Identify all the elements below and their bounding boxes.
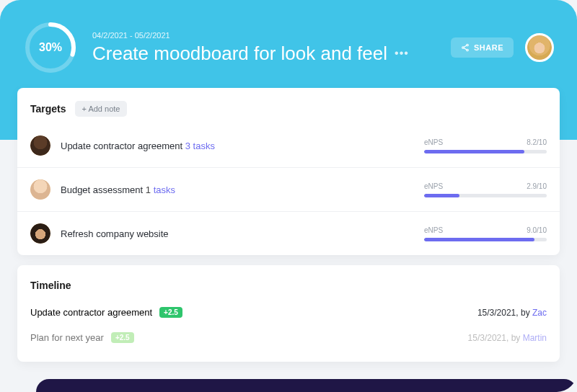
progress-ring: 30% <box>23 20 78 75</box>
targets-card: Targets + Add note Update contractor agr… <box>17 88 560 255</box>
target-meter: eNPS 2.9/10 <box>424 182 547 197</box>
target-row[interactable]: Refresh company website eNPS 9.0/10 <box>17 212 560 255</box>
target-meter: eNPS 8.2/10 <box>424 138 547 153</box>
timeline-meta: 15/3/2021, by Martin <box>468 333 547 343</box>
date-range: 04/2/2021 - 05/2/2021 <box>92 31 436 40</box>
target-title: Refresh company website <box>61 228 414 239</box>
title-block: 04/2/2021 - 05/2/2021 Create moodboard f… <box>92 31 436 65</box>
assignee-avatar <box>30 223 50 244</box>
page: 30% 04/2/2021 - 05/2/2021 Create moodboa… <box>0 0 577 392</box>
metric-score: 2.9/10 <box>527 182 547 190</box>
header-actions: SHARE <box>451 33 554 62</box>
metric-score: 8.2/10 <box>527 138 547 146</box>
target-meter: eNPS 9.0/10 <box>424 226 547 241</box>
delta-badge: +2.5 <box>159 307 182 318</box>
timeline-card: Timeline Update contractor agreement +2.… <box>17 265 560 362</box>
user-link[interactable]: Zac <box>532 308 547 318</box>
timeline-row[interactable]: Plan for next year +2.5 15/3/2021, by Ma… <box>17 325 560 350</box>
assignee-avatar <box>30 135 50 156</box>
more-menu-icon[interactable]: ••• <box>395 47 409 60</box>
share-icon <box>461 43 470 52</box>
target-title: Update contractor agreement 3 tasks <box>61 141 414 151</box>
timeline-heading: Timeline <box>30 280 71 291</box>
timeline-title: Update contractor agreement <box>30 307 152 318</box>
user-link[interactable]: Martin <box>523 333 547 343</box>
metric-score: 9.0/10 <box>527 226 547 234</box>
targets-heading: Targets <box>30 103 66 115</box>
bottom-strip <box>36 379 577 392</box>
svg-line-6 <box>464 48 467 50</box>
user-avatar[interactable] <box>525 33 554 62</box>
timeline-title: Plan for next year <box>30 332 104 343</box>
target-row[interactable]: Budget assessment 1 tasks eNPS 2.9/10 <box>17 168 560 212</box>
target-row[interactable]: Update contractor agreement 3 tasks eNPS… <box>17 124 560 168</box>
metric-label: eNPS <box>424 182 443 190</box>
progress-percent: 30% <box>23 20 78 75</box>
add-note-button[interactable]: + Add note <box>75 101 128 117</box>
metric-label: eNPS <box>424 226 443 234</box>
page-title: Create moodboard for look and feel <box>92 43 387 65</box>
share-button-label: SHARE <box>474 43 503 52</box>
svg-line-5 <box>464 45 467 48</box>
timeline-meta: 15/3/2021, by Zac <box>477 308 547 318</box>
delta-badge: +2.5 <box>111 332 134 343</box>
assignee-avatar <box>30 179 50 200</box>
timeline-row[interactable]: Update contractor agreement +2.5 15/3/20… <box>17 300 560 325</box>
share-button[interactable]: SHARE <box>451 37 514 58</box>
target-title: Budget assessment 1 tasks <box>61 184 414 195</box>
metric-label: eNPS <box>424 138 443 146</box>
